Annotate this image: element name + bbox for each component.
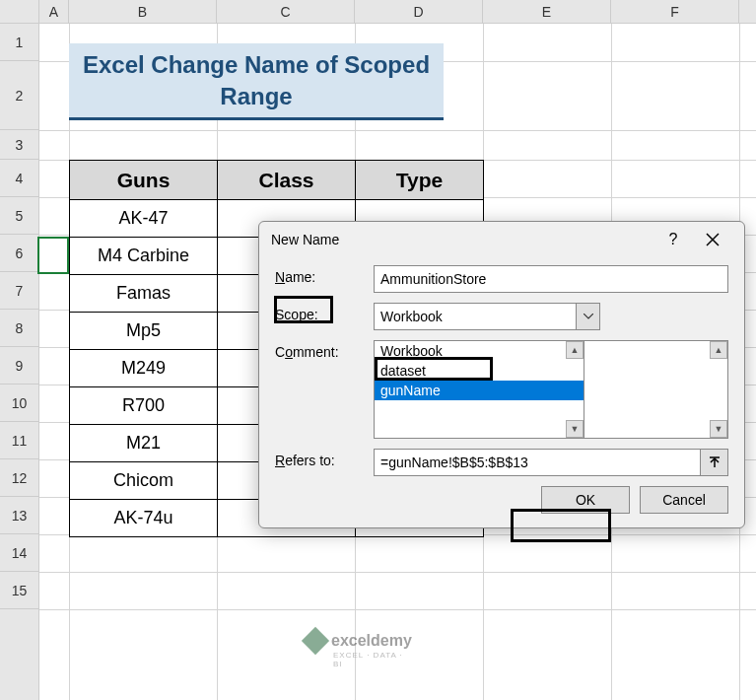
scroll-up-button[interactable]: ▲ xyxy=(710,341,727,359)
cell[interactable]: M249 xyxy=(70,350,218,387)
th-guns[interactable]: Guns xyxy=(70,161,218,200)
scope-dropdown-button[interactable] xyxy=(577,303,600,330)
sheet-title: Excel Change Name of Scoped Range xyxy=(69,43,444,120)
scroll-down-button[interactable]: ▼ xyxy=(710,420,727,438)
chevron-down-icon xyxy=(584,314,593,319)
watermark-brand: exceldemy xyxy=(331,632,412,650)
scope-option[interactable]: Workbook xyxy=(375,341,584,361)
dialog-titlebar[interactable]: New Name ? xyxy=(259,222,744,257)
cell[interactable]: Chicom xyxy=(70,462,218,500)
row-header[interactable]: 1 xyxy=(0,24,38,61)
row-header[interactable]: 3 xyxy=(0,130,38,160)
row-header[interactable]: 11 xyxy=(0,422,38,459)
cell[interactable]: R700 xyxy=(70,387,218,425)
column-headers: A B C D E F xyxy=(0,0,756,24)
watermark: exceldemy EXCEL · DATA · BI xyxy=(306,631,412,651)
close-icon xyxy=(706,233,720,246)
watermark-tag: EXCEL · DATA · BI xyxy=(333,651,412,668)
scope-label: Scope: xyxy=(275,303,374,322)
col-header-c[interactable]: C xyxy=(217,0,355,23)
row-headers: 1 2 3 4 5 6 7 8 9 10 11 12 13 14 15 xyxy=(0,24,39,700)
row-header[interactable]: 8 xyxy=(0,310,38,347)
new-name-dialog: New Name ? Name: Scope: Workbook xyxy=(258,221,745,528)
name-input[interactable] xyxy=(374,265,728,293)
cancel-button[interactable]: Cancel xyxy=(640,486,728,514)
row-header[interactable]: 10 xyxy=(0,385,38,422)
name-label: Name: xyxy=(275,265,374,285)
cell[interactable]: AK-74u xyxy=(70,500,218,537)
ok-button[interactable]: OK xyxy=(541,486,630,514)
sheet-title-text: Excel Change Name of Scoped Range xyxy=(69,49,444,110)
row-header[interactable]: 5 xyxy=(0,197,38,235)
scroll-down-button[interactable]: ▼ xyxy=(566,420,584,438)
comment-label: Comment: xyxy=(275,340,374,360)
th-type[interactable]: Type xyxy=(356,161,484,200)
col-header-d[interactable]: D xyxy=(355,0,483,23)
scroll-up-button[interactable]: ▲ xyxy=(566,341,584,359)
cell[interactable]: Mp5 xyxy=(70,313,218,350)
col-header-f[interactable]: F xyxy=(611,0,739,23)
close-button[interactable] xyxy=(693,224,732,255)
refers-label: Refers to: xyxy=(275,449,374,468)
help-button[interactable]: ? xyxy=(653,224,693,255)
row-header[interactable]: 9 xyxy=(0,347,38,385)
spreadsheet: A B C D E F 1 2 3 4 5 6 7 8 9 10 11 12 1… xyxy=(0,0,756,700)
logo-icon xyxy=(302,627,329,655)
col-header-a[interactable]: A xyxy=(39,0,69,23)
select-all-corner[interactable] xyxy=(0,0,39,23)
collapse-dialog-button[interactable] xyxy=(701,449,728,476)
cell[interactable]: AK-47 xyxy=(70,200,218,238)
scope-value: Workbook xyxy=(374,303,577,330)
row-header[interactable]: 4 xyxy=(0,160,38,197)
row-header[interactable]: 6 xyxy=(0,235,38,272)
row-header[interactable]: 13 xyxy=(0,497,38,534)
col-header-e[interactable]: E xyxy=(483,0,611,23)
scope-option-selected[interactable]: gunName xyxy=(375,381,584,400)
scope-option[interactable]: dataset xyxy=(375,361,584,381)
cell[interactable]: M21 xyxy=(70,425,218,462)
col-header-b[interactable]: B xyxy=(69,0,217,23)
scope-combo[interactable]: Workbook xyxy=(374,303,600,330)
collapse-icon xyxy=(709,456,721,468)
row-header[interactable]: 14 xyxy=(0,534,38,572)
cell[interactable]: Famas xyxy=(70,275,218,313)
comment-textarea[interactable]: ▲ ▼ xyxy=(584,340,728,439)
th-class[interactable]: Class xyxy=(218,161,356,200)
row-header[interactable]: 2 xyxy=(0,61,38,130)
row-header[interactable]: 7 xyxy=(0,272,38,310)
refers-input[interactable] xyxy=(374,449,701,476)
dialog-title: New Name xyxy=(271,232,653,247)
row-header[interactable]: 15 xyxy=(0,572,38,609)
scope-listbox[interactable]: Workbook dataset gunName ▲ ▼ xyxy=(374,340,584,439)
row-header[interactable]: 12 xyxy=(0,459,38,497)
cell[interactable]: M4 Carbine xyxy=(70,238,218,275)
